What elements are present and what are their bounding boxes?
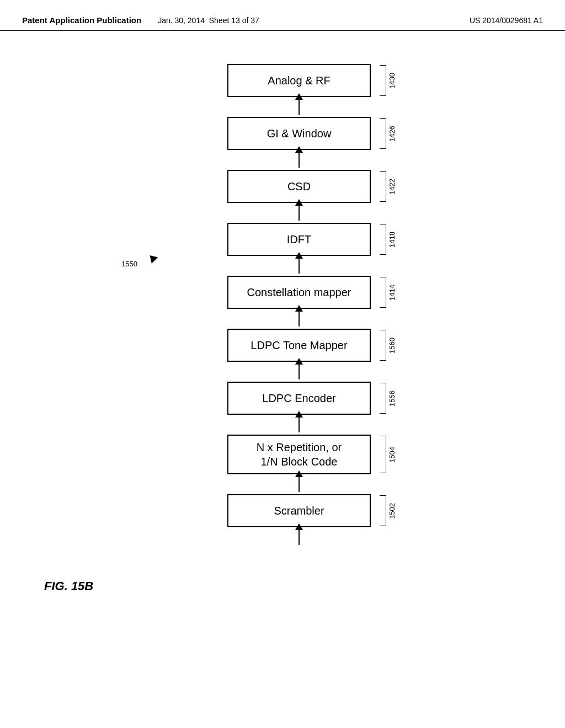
arrow-3 bbox=[227, 256, 371, 276]
bracket-1502: 1502 bbox=[380, 495, 396, 526]
bracket-line-1426 bbox=[380, 118, 386, 149]
main-content: 1550 Analog & RF 1430 GI & Window bbox=[0, 31, 565, 720]
block-idft: IDFT 1418 bbox=[227, 223, 371, 256]
arrow-head-3 bbox=[295, 252, 303, 259]
arrow-line-7 bbox=[299, 477, 300, 492]
ref-1550-label: 1550 bbox=[121, 260, 137, 268]
block-ldpc-tone-mapper: LDPC Tone Mapper 1560 bbox=[227, 329, 371, 362]
block-row-8: Scrambler 1502 bbox=[227, 494, 371, 527]
ref-1560: 1560 bbox=[388, 338, 396, 354]
patent-number: US 2014/0029681 A1 bbox=[470, 16, 543, 25]
arrow-5 bbox=[227, 362, 371, 382]
block-label-csd: CSD bbox=[287, 179, 311, 194]
arrow-6 bbox=[227, 415, 371, 435]
block-label-repetition: N x Repetition, or 1/N Block Code bbox=[257, 440, 342, 469]
block-row-1: GI & Window 1426 bbox=[227, 117, 371, 150]
block-label-ldpc-tone-mapper: LDPC Tone Mapper bbox=[250, 338, 347, 352]
block-row-6: LDPC Encoder 1556 bbox=[227, 382, 371, 415]
arrow-head-1 bbox=[295, 146, 303, 153]
block-csd: CSD 1422 bbox=[227, 170, 371, 203]
block-ldpc-encoder: LDPC Encoder 1556 bbox=[227, 382, 371, 415]
ref-1414: 1414 bbox=[388, 285, 396, 301]
block-scrambler: Scrambler 1502 bbox=[227, 494, 371, 527]
block-label-idft: IDFT bbox=[287, 232, 311, 247]
publication-title: Patent Application Publication bbox=[22, 15, 141, 25]
block-row-3: IDFT 1418 bbox=[227, 223, 371, 256]
arrow-line-0 bbox=[299, 99, 300, 115]
block-constellation-mapper: Constellation mapper 1414 bbox=[227, 276, 371, 309]
arrow-head-2 bbox=[295, 199, 303, 206]
ref-1422: 1422 bbox=[388, 179, 396, 195]
arrow-line-5 bbox=[299, 364, 300, 379]
arrow-1 bbox=[227, 150, 371, 170]
bracket-1430: 1430 bbox=[380, 65, 396, 96]
block-row-5: LDPC Tone Mapper 1560 bbox=[227, 329, 371, 362]
block-gi-window: GI & Window 1426 bbox=[227, 117, 371, 150]
arrow-line-4 bbox=[299, 311, 300, 326]
ref-1418: 1418 bbox=[388, 232, 396, 248]
block-label-scrambler: Scrambler bbox=[274, 504, 324, 518]
bracket-1556: 1556 bbox=[380, 383, 396, 414]
block-diagram: Analog & RF 1430 GI & Window 1426 bbox=[227, 64, 371, 547]
bracket-line-1504 bbox=[380, 436, 386, 473]
bracket-1422: 1422 bbox=[380, 171, 396, 202]
arrow-line-6 bbox=[299, 417, 300, 432]
block-analog-rf: Analog & RF 1430 bbox=[227, 64, 371, 97]
block-label-gi-window: GI & Window bbox=[267, 126, 332, 141]
arrow-line-1 bbox=[299, 152, 300, 168]
bracket-1426: 1426 bbox=[380, 118, 396, 149]
arrow-line-2 bbox=[299, 205, 300, 221]
arrow-head-8 bbox=[295, 523, 303, 530]
bracket-1504: 1504 bbox=[380, 436, 396, 473]
arrow-head-4 bbox=[295, 305, 303, 312]
bracket-line-1560 bbox=[380, 330, 386, 361]
arrow-line-3 bbox=[299, 258, 300, 274]
arrow-head-0 bbox=[295, 93, 303, 100]
block-label-ldpc-encoder: LDPC Encoder bbox=[262, 391, 335, 405]
arrow-head-7 bbox=[295, 470, 303, 477]
bracket-line-1430 bbox=[380, 65, 386, 96]
page-header: Patent Application Publication Jan. 30, … bbox=[0, 0, 565, 31]
block-row-4: Constellation mapper 1414 bbox=[227, 276, 371, 309]
bracket-1418: 1418 bbox=[380, 224, 396, 255]
bracket-line-1502 bbox=[380, 495, 386, 526]
block-label-analog-rf: Analog & RF bbox=[268, 73, 330, 88]
block-row-7: N x Repetition, or 1/N Block Code 1504 bbox=[227, 435, 371, 474]
arrow-8 bbox=[227, 527, 371, 547]
ref-1550-arrow bbox=[147, 252, 158, 264]
bracket-line-1414 bbox=[380, 277, 386, 308]
bracket-line-1422 bbox=[380, 171, 386, 202]
arrow-line-8 bbox=[299, 529, 300, 545]
block-label-constellation-mapper: Constellation mapper bbox=[247, 285, 351, 299]
arrow-2 bbox=[227, 203, 371, 223]
arrow-7 bbox=[227, 474, 371, 494]
arrow-0 bbox=[227, 97, 371, 117]
bracket-1414: 1414 bbox=[380, 277, 396, 308]
arrow-head-6 bbox=[295, 411, 303, 417]
arrow-4 bbox=[227, 309, 371, 329]
ref-1426: 1426 bbox=[388, 126, 396, 142]
ref-1504: 1504 bbox=[388, 447, 396, 463]
ref-1502: 1502 bbox=[388, 503, 396, 519]
ref-1430: 1430 bbox=[388, 73, 396, 89]
block-repetition: N x Repetition, or 1/N Block Code 1504 bbox=[227, 435, 371, 474]
arrow-head-5 bbox=[295, 358, 303, 365]
block-row-0: Analog & RF 1430 bbox=[227, 64, 371, 97]
bracket-line-1556 bbox=[380, 383, 386, 414]
bracket-1560: 1560 bbox=[380, 330, 396, 361]
publication-date: Jan. 30, 2014 Sheet 13 of 37 bbox=[158, 16, 259, 25]
figure-label: FIG. 15B bbox=[44, 579, 93, 593]
block-row-2: CSD 1422 bbox=[227, 170, 371, 203]
ref-1556: 1556 bbox=[388, 390, 396, 406]
bracket-line-1418 bbox=[380, 224, 386, 255]
